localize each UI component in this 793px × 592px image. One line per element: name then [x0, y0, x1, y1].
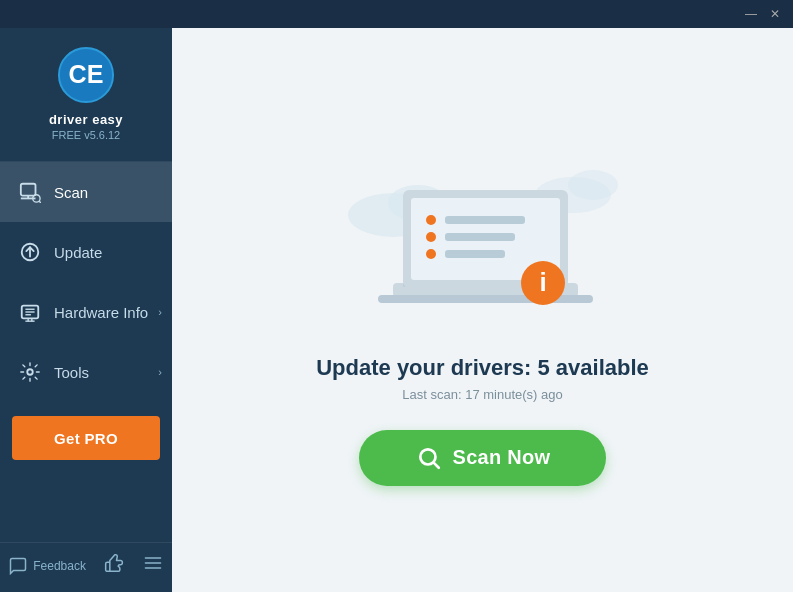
sidebar-item-hardware-info[interactable]: Hardware Info › — [0, 282, 172, 342]
svg-point-31 — [426, 249, 436, 259]
sidebar-item-tools[interactable]: Tools › — [0, 342, 172, 402]
sidebar-item-scan[interactable]: Scan — [0, 162, 172, 222]
svg-point-23 — [568, 170, 618, 200]
logo-version: FREE v5.6.12 — [52, 129, 120, 141]
main-subtext: Last scan: 17 minute(s) ago — [402, 387, 562, 402]
illustration-area: i — [333, 135, 633, 335]
scan-now-button[interactable]: Scan Now — [359, 430, 607, 486]
sidebar-item-tools-label: Tools — [54, 364, 89, 381]
svg-rect-26 — [378, 295, 593, 303]
svg-point-16 — [27, 369, 33, 375]
svg-line-6 — [39, 201, 41, 203]
logo-area: CE driver easy FREE v5.6.12 — [0, 28, 172, 162]
svg-rect-32 — [445, 216, 525, 224]
svg-rect-34 — [445, 250, 505, 258]
titlebar: — ✕ — [0, 0, 793, 28]
app-logo-icon: CE — [57, 46, 115, 104]
menu-list-icon[interactable] — [143, 553, 163, 578]
tools-icon — [16, 358, 44, 386]
sidebar-bottom: Feedback — [0, 542, 172, 592]
minimize-button[interactable]: — — [741, 4, 761, 24]
scan-now-icon — [415, 444, 443, 472]
laptop-illustration: i — [333, 135, 633, 335]
sidebar-item-update[interactable]: Update — [0, 222, 172, 282]
sidebar-item-scan-label: Scan — [54, 184, 88, 201]
svg-rect-33 — [445, 233, 515, 241]
thumbs-up-icon[interactable] — [104, 553, 124, 578]
svg-line-38 — [433, 462, 438, 467]
sidebar: CE driver easy FREE v5.6.12 Scan Update — [0, 0, 172, 592]
scan-icon — [16, 178, 44, 206]
main-heading: Update your drivers: 5 available — [316, 355, 649, 381]
update-icon — [16, 238, 44, 266]
feedback-icon — [9, 557, 27, 575]
svg-point-29 — [426, 215, 436, 225]
svg-text:CE: CE — [69, 60, 104, 88]
sidebar-item-update-label: Update — [54, 244, 102, 261]
logo-title: driver easy — [49, 112, 123, 127]
scan-now-label: Scan Now — [453, 446, 551, 469]
main-content: i Update your drivers: 5 available Last … — [172, 0, 793, 592]
tools-chevron-icon: › — [158, 366, 162, 378]
svg-text:i: i — [539, 267, 546, 297]
feedback-button[interactable]: Feedback — [9, 557, 86, 575]
close-button[interactable]: ✕ — [765, 4, 785, 24]
hardware-info-icon — [16, 298, 44, 326]
get-pro-button[interactable]: Get PRO — [12, 416, 160, 460]
hardware-info-chevron-icon: › — [158, 306, 162, 318]
sidebar-item-hardware-info-label: Hardware Info — [54, 304, 148, 321]
svg-point-30 — [426, 232, 436, 242]
feedback-label: Feedback — [33, 559, 86, 573]
svg-rect-2 — [21, 184, 36, 196]
